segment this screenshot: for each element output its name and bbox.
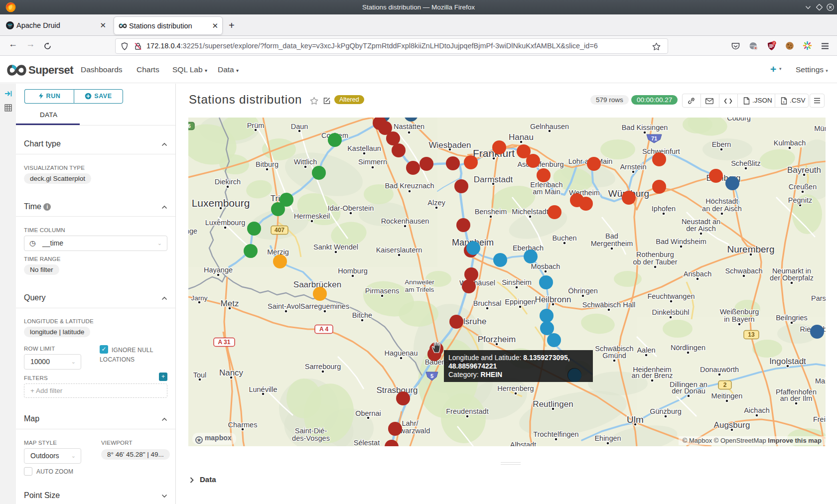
svg-text:Luxembourg: Luxembourg [205,219,246,227]
svg-text:Rothenburg: Rothenburg [636,251,674,258]
svg-text:Dinkelsbühl: Dinkelsbühl [652,308,690,316]
svg-text:des-Vosges: des-Vosges [292,434,330,442]
svg-text:Lahr/: Lahr/ [402,419,418,427]
svg-text:Gmünd: Gmünd [602,352,626,360]
svg-text:Meitingen: Meitingen [711,392,743,400]
svg-text:A 31: A 31 [218,339,231,346]
svg-text:Kaiserslautern: Kaiserslautern [376,246,422,254]
svg-text:2: 2 [723,381,727,388]
svg-text:Heilbronn: Heilbronn [535,295,571,304]
svg-text:Obernai: Obernai [355,409,381,417]
svg-text:Bensheim: Bensheim [475,208,507,216]
svg-text:an der Brenz: an der Brenz [631,372,673,379]
svg-text:Schwabach: Schwabach [725,267,763,275]
svg-text:Beilngries: Beilngries [776,314,808,322]
svg-text:Saint-Avold: Saint-Avold [268,302,304,310]
svg-text:Strasbourg: Strasbourg [376,385,418,395]
svg-text:warzwald: warzwald [400,427,430,435]
svg-text:Günzburg: Günzburg [650,407,682,415]
svg-text:ob der Tauber: ob der Tauber [633,258,677,266]
svg-text:x: x [783,100,785,104]
svg-text:Nancy: Nancy [219,368,244,378]
svg-text:Sarreguemines: Sarreguemines [300,302,349,310]
svg-text:Kulmbach: Kulmbach [774,139,806,147]
svg-text:71: 71 [651,135,657,141]
svg-text:Metz: Metz [221,299,239,308]
svg-text:Mergentheim: Mergentheim [591,240,633,248]
svg-text:Michelstadt: Michelstadt [512,208,548,216]
svg-text:Daun: Daun [291,123,308,130]
svg-text:Aichach: Aichach [744,406,770,414]
svg-text:Idar-Oberstein: Idar-Oberstein [328,204,374,212]
svg-text:Scheßlitz: Scheßlitz [731,159,761,167]
svg-text:Bayreuth: Bayreuth [787,165,821,175]
svg-text:Parsbe: Parsbe [811,294,826,302]
svg-text:Arnstein: Arnstein [620,163,646,171]
svg-text:Mosbach: Mosbach [531,262,560,270]
svg-text:Albstadt: Albstadt [510,441,536,446]
svg-text:Weißenburg: Weißenburg [720,308,759,316]
svg-text:Bad Kreuznach: Bad Kreuznach [385,182,434,190]
svg-text:Ansbach: Ansbach [684,270,711,278]
svg-text:Annweiler: Annweiler [405,278,434,286]
svg-text:Saint-Dié-: Saint-Dié- [295,427,327,435]
svg-text:am Trifels: am Trifels [405,286,434,293]
svg-text:der Donau: der Donau [672,387,705,395]
svg-text:Bad: Bad [605,232,618,240]
svg-text:an der Aisch: an der Aisch [702,205,742,213]
svg-text:ange: ange [188,227,197,235]
svg-text:Diekirch: Diekirch [215,178,241,186]
svg-text:Haguenau: Haguenau [385,349,418,357]
svg-text:Nastätten: Nastätten [394,123,424,130]
svg-text:A 4: A 4 [319,326,329,333]
svg-text:Luxembourg: Luxembourg [192,197,250,209]
svg-text:Feuchtwangen: Feuchtwangen [647,292,695,300]
svg-text:Toul: Toul [193,371,207,379]
svg-text:Hermeskeil: Hermeskeil [294,212,330,220]
svg-text:13: 13 [748,331,755,338]
svg-text:Bitburg: Bitburg [256,160,279,168]
svg-text:Hayange: Hayange [204,266,233,274]
svg-text:Aschaffenburg: Aschaffenburg [517,160,563,168]
svg-text:Jarny: Jarny [191,294,207,302]
svg-text:Donauwörth: Donauwörth [700,366,739,374]
svg-text:in Bayern: in Bayern [724,315,754,323]
svg-text:Nuremberg: Nuremberg [727,244,774,254]
svg-text:Prüm: Prüm [247,122,265,129]
svg-text:Gelnhausen: Gelnhausen [530,123,569,130]
svg-text:Nördlingen: Nördlingen [671,344,705,352]
svg-text:Augsburg: Augsburg [714,420,750,430]
svg-text:Sarrebourg: Sarrebourg [305,363,341,371]
svg-text:Charmes: Charmes [228,421,258,429]
svg-text:Münc: Münc [814,125,826,132]
svg-text:Sinsheim: Sinsheim [502,278,532,286]
svg-text:Eppingen: Eppingen [505,298,535,306]
svg-text:Reutlingen: Reutlingen [533,399,573,409]
svg-text:Bad Kissingen: Bad Kissingen [622,124,668,131]
svg-text:Hanau: Hanau [509,132,534,142]
svg-text:Bitche: Bitche [352,311,372,319]
svg-text:Simmern: Simmern [358,158,387,166]
svg-text:Wittlich: Wittlich [294,158,317,166]
svg-text:6: 6 [188,124,191,129]
svg-text:Pforzheim: Pforzheim [478,335,516,344]
svg-text:Freis: Freis [813,415,826,423]
svg-text:Freudenstadt: Freudenstadt [446,407,488,415]
svg-text:Ulm: Ulm [627,414,644,425]
svg-text:der Aisch: der Aisch [686,225,716,233]
svg-text:Coburg: Coburg [727,118,751,122]
svg-text:Lunéville: Lunéville [249,385,277,393]
svg-text:Pirmasens: Pirmasens [365,287,400,295]
svg-text:der Oberpfalz: der Oberpfalz [770,274,814,282]
svg-text:am Main: am Main [533,188,560,196]
svg-text:Schwäbisch Hall: Schwäbisch Hall [582,301,635,309]
svg-text:2: 2 [773,41,775,45]
svg-text:Bruchsal: Bruchsal [473,299,501,307]
svg-text:Darmstadt: Darmstadt [474,175,513,184]
svg-text:Mair: Mair [815,377,826,385]
svg-text:Buchen: Buchen [552,234,576,242]
svg-text:Wiesbaden: Wiesbaden [428,140,471,150]
svg-text:Pegnitz: Pegnitz [788,196,812,204]
svg-text:Bad Windsheim: Bad Windsheim [656,238,706,246]
svg-text:an der Ilm: an der Ilm [780,394,812,402]
